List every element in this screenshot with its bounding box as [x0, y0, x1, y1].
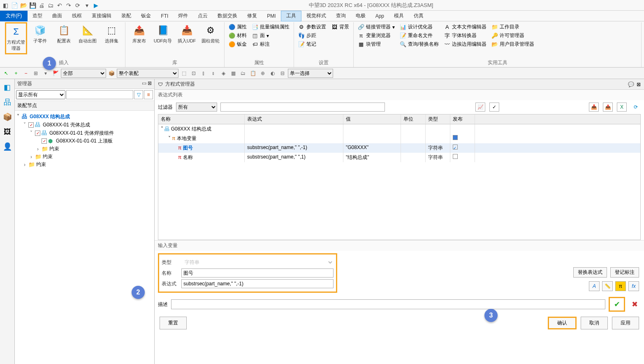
name-input[interactable] — [181, 268, 334, 278]
tb5-icon[interactable]: ◈ — [219, 69, 228, 78]
sheet-button[interactable]: 🟠钣金 — [227, 40, 248, 48]
bg-button[interactable]: 🖼背景 — [329, 23, 351, 31]
tree-item[interactable]: G08XXX-01-01 壳体焊接组件 — [49, 130, 114, 137]
tb4-icon[interactable]: ⫾ — [209, 69, 218, 78]
table-row[interactable]: π 名称substrsec(part_name," ",1)"结构总成"字符串 — [158, 153, 640, 162]
workdir-button[interactable]: 📁工作目录 — [490, 23, 536, 31]
lib-publish-button[interactable]: 📤库发布 — [128, 22, 150, 46]
menu-tools[interactable]: 工具 — [281, 11, 301, 21]
menu-direct[interactable]: 直接编辑 — [87, 11, 116, 21]
rename-button[interactable]: 📝重命名文件 — [398, 32, 440, 40]
sub-part-button[interactable]: 🧊子零件 — [29, 22, 51, 46]
edge-editor-button[interactable]: 〰边挨边用编辑器 — [442, 40, 488, 48]
tb7-icon[interactable]: 🗂 — [239, 69, 248, 78]
table-row[interactable]: ˅ 品 G08XXX 结构总成 — [158, 124, 245, 134]
plus-icon[interactable]: + — [12, 69, 21, 78]
menu-electrode[interactable]: 电极 — [351, 11, 371, 21]
config-table-button[interactable]: 📋配置表 — [53, 22, 75, 46]
annot-button[interactable]: 🏷标注 — [250, 40, 291, 48]
apply-button[interactable]: 应用 — [612, 317, 639, 329]
menu-query[interactable]: 查询 — [331, 11, 351, 21]
chat-icon[interactable]: 💬 — [628, 82, 634, 87]
undo-icon[interactable]: ↶ — [56, 2, 63, 9]
expand-icon[interactable]: › — [22, 162, 27, 168]
expand-icon[interactable]: › — [29, 154, 34, 160]
table-row-selected[interactable]: π 图号substrsec(part_name," ",-1)"G08XXX"字… — [158, 143, 640, 153]
menu-model[interactable]: 造型 — [28, 11, 47, 21]
gear-button[interactable]: ⚙圆柱齿轮 — [199, 22, 222, 46]
asm-icon[interactable]: 📦 — [107, 69, 116, 78]
tree-item[interactable]: 约束 — [49, 145, 59, 152]
material-button[interactable]: 🟢材料 — [227, 32, 248, 40]
menu-asm[interactable]: 装配 — [116, 11, 136, 21]
replace-name-button[interactable]: 🔍查询/替换名称 — [398, 40, 440, 48]
pi-icon[interactable]: π — [615, 281, 626, 291]
table-row[interactable]: ˅ π 本地变量 — [158, 134, 245, 143]
col-val[interactable]: 值 — [343, 114, 401, 124]
list-icon[interactable]: ≡ — [144, 90, 153, 99]
expand-icon[interactable]: ˅ — [16, 114, 21, 119]
tb11-icon[interactable]: ⊟ — [278, 69, 287, 78]
publish-checkbox[interactable] — [453, 145, 458, 149]
fx-icon[interactable]: fx — [628, 281, 639, 291]
menu-surface[interactable]: 曲面 — [47, 11, 67, 21]
menu-app[interactable]: App — [371, 11, 389, 21]
batch-attr-button[interactable]: 📑批量编辑属性 — [250, 23, 291, 31]
pin-icon[interactable]: ▭ — [142, 80, 146, 86]
tree-item[interactable]: 约束 — [36, 161, 46, 168]
redo-icon[interactable]: ↷ — [65, 2, 72, 9]
export-icon[interactable]: 📤 — [603, 103, 613, 112]
user-view-icon[interactable]: 👤 — [2, 142, 12, 152]
show-select[interactable]: 显示所有 — [16, 90, 65, 99]
publish-checkbox[interactable] — [453, 135, 458, 140]
tb8-icon[interactable]: 📋 — [248, 69, 257, 78]
link-mgr-button[interactable]: 🔗链接管理器 ▾ — [356, 23, 396, 31]
import-icon[interactable]: 📥 — [589, 103, 599, 112]
fx-a-icon[interactable]: A — [589, 281, 600, 291]
cancel-button[interactable]: 取消 — [581, 317, 608, 329]
minus-icon[interactable]: − — [21, 69, 30, 78]
open-icon[interactable]: 📂 — [20, 2, 27, 9]
menu-file[interactable]: 文件(F) — [0, 11, 28, 21]
menu-wire[interactable]: 线框 — [67, 11, 87, 21]
tb2-icon[interactable]: ⊡ — [189, 69, 198, 78]
checkbox[interactable]: ✓ — [35, 131, 40, 136]
udf-guide-button[interactable]: 📘UDF向导 — [152, 22, 174, 46]
publish-checkbox[interactable] — [453, 154, 458, 159]
text-editor-button[interactable]: A文本文件编辑器 — [442, 23, 488, 31]
license-button[interactable]: 🔑许可管理器 — [490, 32, 536, 40]
reg-annot-button[interactable]: 登记标注 — [610, 267, 639, 278]
ok-button[interactable]: 确认 — [548, 317, 577, 329]
close-icon[interactable]: ⊠ — [148, 80, 152, 86]
menu-pmi[interactable]: PMI — [262, 11, 280, 21]
menu-cloud[interactable]: 点云 — [193, 11, 213, 21]
tb9-icon[interactable]: ⊕ — [258, 69, 267, 78]
filter-text[interactable] — [220, 103, 385, 112]
tree-item[interactable]: G08XXX-01 壳体总成 — [43, 121, 90, 128]
grid-icon[interactable]: ⊞ — [31, 69, 40, 78]
col-unit[interactable]: 单位 — [401, 114, 426, 124]
design-opt-button[interactable]: 📊设计优化器 — [398, 23, 440, 31]
accept-icon[interactable]: ✔ — [611, 299, 623, 310]
cursor-icon[interactable]: ↖ — [2, 69, 11, 78]
menu-sim[interactable]: 仿真 — [409, 11, 429, 21]
tb6-icon[interactable]: ▦ — [229, 69, 238, 78]
desc-input[interactable] — [171, 299, 605, 309]
tb3-icon[interactable]: ⫿ — [199, 69, 208, 78]
menu-visual[interactable]: 视觉样式 — [301, 11, 331, 21]
menu-weld[interactable]: 焊件 — [173, 11, 193, 21]
pic-view-icon[interactable]: 🖼 — [2, 127, 12, 137]
dropdown-icon[interactable]: ▾ — [83, 2, 90, 9]
auto-draw-button[interactable]: 📐自动出图 — [76, 22, 99, 46]
attr-button[interactable]: 🔵属性 — [227, 23, 248, 31]
batch-icon[interactable]: 🗂 — [47, 2, 54, 9]
filter-flag-icon[interactable]: 🚩 — [51, 69, 60, 78]
col-pub[interactable]: 发布 — [450, 114, 475, 124]
param-button[interactable]: ⚙参数设置 — [297, 23, 328, 31]
var-browser-button[interactable]: π变量浏览器 — [356, 32, 396, 40]
chart-icon[interactable]: 📈 — [475, 103, 485, 112]
block-mgr-button[interactable]: ▦块管理 — [356, 40, 396, 48]
menu-exchange[interactable]: 数据交换 — [213, 11, 242, 21]
col-exp[interactable]: 表达式 — [245, 114, 343, 124]
reject-icon[interactable]: ✖ — [628, 299, 641, 310]
